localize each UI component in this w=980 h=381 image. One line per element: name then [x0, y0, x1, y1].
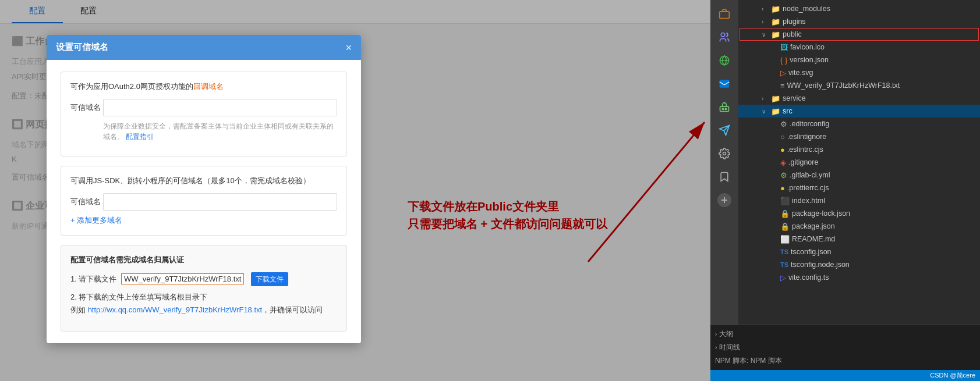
folder-icon-node-modules: 📁: [771, 5, 780, 13]
svg-point-3: [721, 33, 725, 37]
sidebar-icon-outlook[interactable]: [715, 74, 734, 93]
jssdk-domain-input[interactable]: [103, 193, 337, 211]
tree-item-gitignore[interactable]: ◈ .gitignore: [738, 156, 980, 169]
oauth-domain-label: 可信域名: [70, 102, 103, 113]
sidebar-icon-gear[interactable]: [715, 144, 734, 163]
tree-item-ww-verify[interactable]: ≡ WW_verify_9T7JtzbKrHzWrF18.txt: [738, 79, 980, 92]
oauth-title-prefix: 可作为应用OAuth2.0网页授权功能的: [70, 82, 193, 91]
tree-item-prettierrc[interactable]: ● .prettierrc.cjs: [738, 181, 980, 194]
tree-label-index-html: index.html: [792, 197, 825, 205]
oauth-hint-link[interactable]: 配置指引: [126, 133, 154, 141]
sidebar-icon-briefcase[interactable]: [715, 5, 734, 23]
download-file-button[interactable]: 下载文件: [251, 272, 288, 286]
tree-label-eslintignore: .eslintignore: [787, 133, 826, 141]
tree-label-package-json: package.json: [792, 222, 835, 230]
file-tree: › 📁 node_modules › 📁 plugins ∨ 📁 public: [738, 0, 980, 325]
file-icon-editorconfig: ⚙: [780, 120, 787, 129]
tree-label-package-lock: package-lock.json: [792, 209, 850, 218]
tree-label-plugins: plugins: [783, 17, 806, 26]
tree-label-eslintrc: .eslintrc.cjs: [787, 145, 823, 154]
svg-point-7: [722, 108, 724, 110]
svg-rect-2: [720, 12, 730, 19]
bottom-bar: › 大纲 › 时间线 NPM 脚本: NPM 脚本: [710, 325, 980, 370]
timeline-arrow: ›: [715, 344, 717, 351]
tree-item-readme[interactable]: ⬜ README.md: [738, 233, 980, 245]
tree-item-editorconfig[interactable]: ⚙ .editorconfig: [738, 117, 980, 130]
sidebar-icon-send[interactable]: [715, 121, 734, 140]
verify-step2: 2. 将下载的文件上传至填写域名根目录下 例如 http://wx.qq.com…: [70, 291, 337, 316]
tree-item-public[interactable]: ∨ 📁 public: [738, 28, 980, 41]
tree-arrow-service: ›: [762, 95, 771, 102]
verify-section: 配置可信域名需完成域名归属认证 1. 请下载文件 WW_verify_9T7Jt…: [61, 245, 347, 332]
modal-overlay: 设置可信域名 × 可作为应用OAuth2.0网页授权功能的回调域名 可信域名 为…: [0, 0, 710, 381]
bottom-section-npm[interactable]: NPM 脚本: NPM 脚本: [715, 354, 975, 368]
folder-icon-public: 📁: [771, 30, 780, 39]
tree-item-vite-config[interactable]: ▷ vite.config.ts: [738, 271, 980, 284]
tree-label-tsconfig-node: tsconfig.node.json: [791, 261, 850, 269]
file-icon-vite-config: ▷: [780, 273, 786, 282]
tree-item-eslintrc[interactable]: ● .eslintrc.cjs: [738, 143, 980, 156]
modal-close-button[interactable]: ×: [345, 42, 352, 53]
tree-item-package-lock[interactable]: 🔒 package-lock.json: [738, 207, 980, 220]
sidebar-icon-add[interactable]: [717, 193, 731, 207]
tree-item-eslintignore[interactable]: ○ .eslintignore: [738, 130, 980, 143]
tree-item-node-modules[interactable]: › 📁 node_modules: [738, 2, 980, 15]
bottom-section-timeline[interactable]: › 时间线: [715, 341, 975, 354]
svg-rect-6: [720, 106, 729, 111]
sidebar-icon-bot[interactable]: [715, 98, 734, 116]
jssdk-section: 可调用JS-SDK、跳转小程序的可信域名（最多10个，需完成域名校验） 可信域名…: [61, 166, 347, 236]
tree-label-favicon: favicon.ico: [790, 43, 825, 51]
tree-item-plugins[interactable]: › 📁 plugins: [738, 15, 980, 28]
oauth-form-row: 可信域名: [70, 99, 337, 116]
tree-item-package-json[interactable]: 🔒 package.json: [738, 220, 980, 233]
tree-item-vite-svg[interactable]: ▷ vite.svg: [738, 66, 980, 79]
tree-item-src[interactable]: ∨ 📁 src: [738, 105, 980, 117]
tree-label-service: service: [783, 94, 806, 102]
svg-point-11: [723, 152, 726, 155]
sidebar-icon-globe[interactable]: [715, 51, 734, 70]
folder-icon-plugins: 📁: [771, 17, 780, 26]
file-icon-package-lock: 🔒: [780, 209, 790, 218]
sidebar-icon-people[interactable]: [715, 28, 734, 47]
oauth-section: 可作为应用OAuth2.0网页授权功能的回调域名 可信域名 为保障企业数据安全，…: [61, 72, 347, 156]
tree-label-ww-verify: WW_verify_9T7JtzbKrHzWrF18.txt: [787, 81, 900, 90]
tree-item-favicon[interactable]: 🖼 favicon.ico: [738, 41, 980, 54]
tree-item-gitlab-ci[interactable]: ⚙ .gitlab-ci.yml: [738, 169, 980, 181]
oauth-title-highlight: 回调域名: [193, 82, 224, 91]
tree-label-version: version.json: [790, 56, 829, 64]
tree-item-tsconfig-node[interactable]: TS tsconfig.node.json: [738, 258, 980, 271]
jssdk-form-row: 可信域名: [70, 193, 337, 211]
verify-example-link[interactable]: http://wx.qq.com/WW_verify_9T7JtzbKrHzWr…: [88, 305, 263, 314]
add-more-domains[interactable]: 添加更多域名: [70, 215, 337, 226]
right-top: › 📁 node_modules › 📁 plugins ∨ 📁 public: [710, 0, 980, 325]
modal-set-trusted-domain: 设置可信域名 × 可作为应用OAuth2.0网页授权功能的回调域名 可信域名 为…: [47, 35, 361, 343]
jssdk-section-title: 可调用JS-SDK、跳转小程序的可信域名（最多10个，需完成域名校验）: [70, 176, 337, 186]
modal-header: 设置可信域名 ×: [47, 35, 361, 60]
footer-bar: CSDN @简cere: [710, 370, 980, 381]
file-icon-eslintignore: ○: [780, 133, 785, 141]
tree-item-service[interactable]: › 📁 service: [738, 92, 980, 105]
timeline-label: 时间线: [719, 343, 740, 352]
tree-item-tsconfig[interactable]: TS tsconfig.json: [738, 245, 980, 258]
tree-label-vite-svg: vite.svg: [788, 69, 813, 77]
icon-sidebar: [710, 0, 738, 325]
verify-file-name: WW_verify_9T7JtzbKrHzWrF18.txt: [121, 273, 244, 284]
sidebar-icon-bookmark[interactable]: [715, 168, 734, 186]
tree-item-version-json[interactable]: { } version.json: [738, 54, 980, 66]
left-panel: 配置 配置 ⬛ 工作台自定义展示 工台应用入口展 API实时更新 配置：未配 🔲…: [0, 0, 710, 381]
tree-label-src: src: [783, 107, 793, 115]
file-icon-gitignore: ◈: [780, 158, 786, 167]
bottom-section-outline[interactable]: › 大纲: [715, 327, 975, 341]
tree-label-readme: README.md: [792, 235, 835, 243]
tree-label-editorconfig: .editorconfig: [790, 120, 829, 128]
file-icon-gitlab-ci: ⚙: [780, 171, 787, 180]
folder-icon-service: 📁: [771, 94, 780, 103]
tree-label-node-modules: node_modules: [783, 5, 830, 13]
oauth-domain-input[interactable]: [103, 99, 337, 116]
tree-item-index-html[interactable]: ⬛ index.html: [738, 194, 980, 207]
file-icon-readme: ⬜: [780, 235, 790, 244]
oauth-hint: 为保障企业数据安全，需配置备案主体与当前企业主体相同或有关联关系的域名。 配置指…: [103, 121, 337, 142]
tree-label-gitignore: .gitignore: [788, 158, 818, 166]
tree-label-prettierrc: .prettierrc.cjs: [787, 184, 829, 192]
modal-body: 可作为应用OAuth2.0网页授权功能的回调域名 可信域名 为保障企业数据安全，…: [47, 60, 361, 343]
